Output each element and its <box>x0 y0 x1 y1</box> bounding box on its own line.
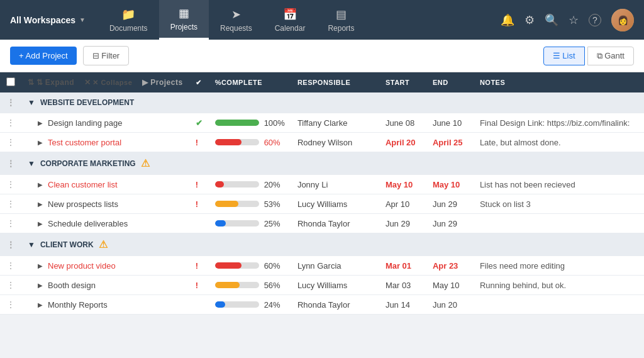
task-responsible: Tiffany Clarke <box>297 118 347 128</box>
nav-item-projects[interactable]: ▦ Projects <box>159 0 209 40</box>
progress-pct: 25% <box>264 219 280 228</box>
avatar[interactable]: 👩 <box>611 9 634 31</box>
task-name[interactable]: Test customer portal <box>48 138 121 147</box>
task-notes-cell: List has not been recieved <box>474 175 644 194</box>
task-progress-cell: 53% <box>209 194 291 214</box>
task-expand-icon[interactable]: ▶ <box>38 181 43 188</box>
task-status-cell <box>189 214 209 233</box>
checkbox-header[interactable] <box>0 72 21 92</box>
row-drag: ⋮ <box>0 256 21 276</box>
task-end: June 10 <box>433 118 462 128</box>
task-responsible: Lucy Williams <box>297 199 347 209</box>
task-start: April 20 <box>386 138 416 147</box>
progress-bar <box>215 201 259 207</box>
table-row: ⋮ ▶ Clean customer list ! 20% Jonny Li M… <box>0 175 644 194</box>
expand-button[interactable]: ⇅ ⇅ Expand <box>28 78 74 87</box>
progress-pct: 100% <box>264 118 285 128</box>
task-name-cell[interactable]: ▶ New prospects lists <box>21 194 189 214</box>
task-responsible-cell: Lucy Williams <box>291 194 379 214</box>
expand-header: ⇅ ⇅ Expand ✕ ✕ Collapse ▶ Projects <box>21 72 189 92</box>
status-warn-icon: ! <box>196 261 198 271</box>
task-name-cell[interactable]: ▶ Test customer portal <box>21 133 189 152</box>
progress-fill <box>215 262 242 269</box>
filter-button[interactable]: ⊟ Filter <box>83 46 130 65</box>
task-name-cell[interactable]: ▶ Design landing page <box>21 113 189 133</box>
task-start: Apr 10 <box>386 199 409 209</box>
collapse-button[interactable]: ✕ ✕ Collapse <box>84 78 132 87</box>
task-expand-icon[interactable]: ▶ <box>38 120 43 126</box>
group-name[interactable]: ▼ CLIENT WORK ⚠ <box>21 233 644 256</box>
drag-handle-icon: ⋮ <box>6 179 15 189</box>
task-notes-cell: Running behind, but ok. <box>474 276 644 295</box>
task-expand-icon[interactable]: ▶ <box>38 220 43 227</box>
task-expand-icon[interactable]: ▶ <box>38 262 43 269</box>
workspace-selector[interactable]: All Workspaces ▼ <box>10 15 86 25</box>
task-responsible-cell: Rodney Wilson <box>291 133 379 152</box>
task-name-cell[interactable]: ▶ Booth design <box>21 276 189 295</box>
task-start: June 08 <box>386 118 414 128</box>
responsible-header[interactable]: RESPONSIBLE <box>291 72 379 92</box>
task-expand-icon[interactable]: ▶ <box>38 139 43 146</box>
group-name[interactable]: ▼ CORPORATE MARKETING ⚠ <box>21 152 644 175</box>
start-header[interactable]: START <box>379 72 426 92</box>
task-end-cell: Jun 20 <box>426 295 474 315</box>
task-start: Mar 01 <box>386 261 411 271</box>
bell-icon[interactable]: 🔔 <box>501 13 514 27</box>
task-notes: Final Design Link: https://biz.com/final… <box>480 118 630 128</box>
table-row: ⋮ ▶ New product video ! 60% Lynn Garcia … <box>0 256 644 276</box>
notes-header[interactable]: NOTES <box>474 72 644 92</box>
task-notes-cell <box>474 295 644 315</box>
list-view-button[interactable]: ☰ List <box>543 47 585 65</box>
group-title: WEBSITE DEVELOPMENT <box>40 98 134 107</box>
nav-reports-label: Reports <box>328 24 354 33</box>
workspace-label: All Workspaces <box>10 15 75 25</box>
task-name-cell[interactable]: ▶ Monthly Reports <box>21 295 189 315</box>
task-end-cell: April 25 <box>426 133 474 152</box>
task-name[interactable]: Clean customer list <box>48 180 118 189</box>
task-end: Apr 23 <box>433 261 458 271</box>
task-expand-icon[interactable]: ▶ <box>38 282 43 289</box>
progress-pct: 20% <box>264 180 280 189</box>
task-name-cell[interactable]: ▶ Clean customer list <box>21 175 189 194</box>
group-toggle-icon[interactable]: ▼ <box>28 240 35 249</box>
end-header[interactable]: END <box>426 72 474 92</box>
group-name[interactable]: ▼ WEBSITE DEVELOPMENT <box>21 92 644 113</box>
task-expand-icon[interactable]: ▶ <box>38 301 43 308</box>
progress-fill <box>215 282 240 288</box>
nav-item-reports[interactable]: ▤ Reports <box>316 0 365 40</box>
star-icon[interactable]: ☆ <box>569 13 579 27</box>
task-notes: Stuck on list 3 <box>480 199 531 209</box>
warning-icon: ⚠ <box>141 157 150 169</box>
table-row: ⋮ ▶ Booth design ! 56% Lucy Williams Mar… <box>0 276 644 295</box>
group-toggle-icon[interactable]: ▼ <box>28 159 35 168</box>
task-expand-icon[interactable]: ▶ <box>38 201 43 208</box>
task-status-cell: ! <box>189 194 209 214</box>
task-name-cell[interactable]: ▶ Schedule deliverables <box>21 214 189 233</box>
task-status-cell: ✔ <box>189 113 209 133</box>
nav-item-documents[interactable]: 📁 Documents <box>98 0 159 40</box>
select-all-checkbox[interactable] <box>6 77 15 86</box>
task-responsible: Lucy Williams <box>297 281 347 290</box>
task-responsible: Lynn Garcia <box>297 261 341 271</box>
chevron-down-icon: ▼ <box>79 16 86 23</box>
progress-fill <box>215 181 224 187</box>
task-name[interactable]: New product video <box>48 261 116 271</box>
nav-item-requests[interactable]: ➤ Requests <box>209 0 264 40</box>
nav-item-calendar[interactable]: 📅 Calendar <box>264 0 317 40</box>
group-drag: ⋮ <box>0 152 21 175</box>
group-toggle-icon[interactable]: ▼ <box>28 98 35 107</box>
help-icon[interactable]: ? <box>589 14 601 26</box>
add-project-button[interactable]: + Add Project <box>10 47 77 65</box>
complete-header[interactable]: %COMPLETE <box>209 72 291 92</box>
task-progress-cell: 25% <box>209 214 291 233</box>
gantt-view-button[interactable]: ⧉ Gantt <box>587 47 634 65</box>
drag-handle-icon: ⋮ <box>6 98 15 108</box>
gear-icon[interactable]: ⚙ <box>525 13 535 27</box>
task-responsible-cell: Rhonda Taylor <box>291 214 379 233</box>
task-progress-cell: 24% <box>209 295 291 315</box>
search-icon[interactable]: 🔍 <box>545 13 558 27</box>
warning-icon: ⚠ <box>99 238 108 250</box>
task-name-cell[interactable]: ▶ New product video <box>21 256 189 276</box>
task-status-cell: ! <box>189 276 209 295</box>
navigation: All Workspaces ▼ 📁 Documents ▦ Projects … <box>0 0 644 40</box>
